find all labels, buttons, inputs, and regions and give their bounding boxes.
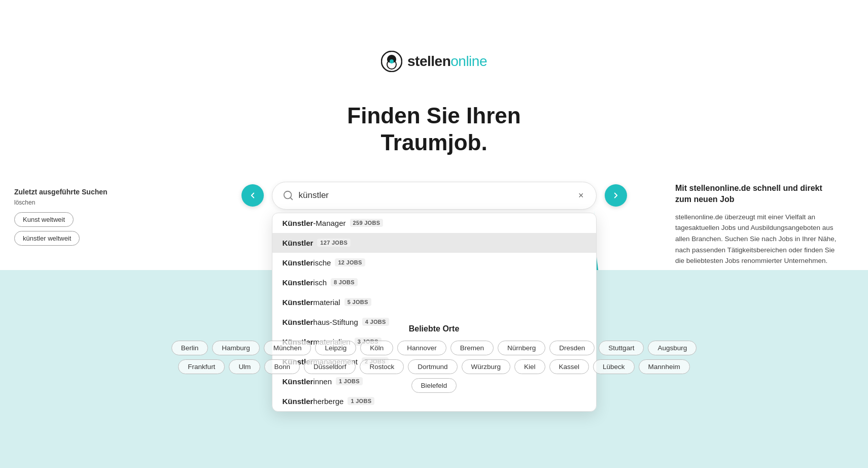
- dropdown-prefix-3: Künstler: [283, 278, 314, 287]
- dropdown-item-1[interactable]: Künstler127 JOBS: [272, 233, 596, 253]
- dropdown-term-3: Künstlerisch: [283, 278, 327, 287]
- city-tag-r2-11[interactable]: Bielefeld: [411, 378, 457, 393]
- svg-point-1: [390, 59, 394, 63]
- city-tag-r2-6[interactable]: Würzburg: [462, 359, 511, 374]
- city-tag-r1-9[interactable]: Stuttgart: [599, 341, 644, 355]
- dropdown-prefix-2: Künstler: [283, 258, 314, 267]
- city-tag-r1-3[interactable]: Leipzig: [315, 341, 356, 355]
- hero-heading: Finden Sie Ihren Traumjob.: [347, 103, 520, 156]
- dropdown-item-0[interactable]: Künstler-Manager259 JOBS: [272, 213, 596, 233]
- prev-arrow-button[interactable]: [241, 184, 264, 207]
- city-tag-r2-10[interactable]: Mannheim: [639, 359, 690, 374]
- city-tag-r1-8[interactable]: Dresden: [549, 341, 595, 355]
- recent-search-item-1[interactable]: Kunst weltweit: [14, 212, 74, 227]
- search-wrapper: × Künstler-Manager259 JOBSKünstler127 JO…: [272, 182, 597, 210]
- dropdown-prefix-0: Künstler: [283, 219, 314, 227]
- logo-container[interactable]: stellenonline: [381, 51, 487, 72]
- dropdown-prefix-9: Künstler: [283, 397, 314, 406]
- city-tag-r1-10[interactable]: Augsburg: [648, 341, 697, 355]
- dropdown-prefix-1: Künstler: [283, 239, 314, 247]
- logo-online: online: [450, 53, 487, 69]
- logo-text: stellenonline: [407, 53, 487, 70]
- city-tag-r2-8[interactable]: Kassel: [549, 359, 589, 374]
- recent-search-item-2[interactable]: künstler weltweit: [14, 231, 80, 246]
- city-tag-r1-7[interactable]: Nürnberg: [498, 341, 545, 355]
- search-icon: [283, 190, 294, 201]
- cities-row-1: BerlinHamburgMünchenLeipzigKölnHannoverB…: [155, 341, 713, 355]
- hero-heading-line2: Traumjob.: [380, 130, 487, 155]
- search-bar: ×: [272, 182, 597, 210]
- chevron-left-icon: [248, 191, 257, 200]
- city-tag-r1-2[interactable]: München: [264, 341, 311, 355]
- city-tag-r2-2[interactable]: Bonn: [264, 359, 300, 374]
- next-arrow-button[interactable]: [605, 184, 627, 207]
- main-content: stellenonline Finden Sie Ihren Traumjob.…: [0, 0, 868, 210]
- beliebte-orte-title: Beliebte Orte: [155, 324, 713, 333]
- job-badge-1: 127 JOBS: [317, 239, 351, 247]
- logo-icon: [381, 51, 402, 72]
- city-tag-r1-4[interactable]: Köln: [360, 341, 393, 355]
- dropdown-item-2[interactable]: Künstlerische12 JOBS: [272, 253, 596, 273]
- dropdown-term-4: Künstlermaterial: [283, 298, 340, 307]
- hero-heading-line1: Finden Sie Ihren: [347, 103, 520, 128]
- logo-stellen: stellen: [407, 53, 450, 69]
- city-tag-r2-0[interactable]: Frankfurt: [178, 359, 225, 374]
- dropdown-item-3[interactable]: Künstlerisch8 JOBS: [272, 273, 596, 292]
- dropdown-term-1: Künstler: [283, 239, 314, 247]
- job-badge-9: 1 JOBS: [348, 397, 374, 405]
- job-badge-2: 12 JOBS: [335, 258, 365, 266]
- city-tag-r2-5[interactable]: Dortmund: [408, 359, 457, 374]
- city-tag-r1-0[interactable]: Berlin: [171, 341, 209, 355]
- dropdown-term-2: Künstlerische: [283, 258, 331, 267]
- city-tag-r2-1[interactable]: Ulm: [229, 359, 260, 374]
- beliebte-orte-section: Beliebte Orte BerlinHamburgMünchenLeipzi…: [155, 324, 713, 397]
- cities-row-2: FrankfurtUlmBonnDüsseldorfRostockDortmun…: [155, 359, 713, 393]
- dropdown-item-4[interactable]: Künstlermaterial5 JOBS: [272, 292, 596, 312]
- chevron-right-icon: [611, 191, 620, 200]
- dropdown-prefix-4: Künstler: [283, 298, 314, 307]
- city-tag-r1-5[interactable]: Hannover: [397, 341, 446, 355]
- job-badge-0: 259 JOBS: [350, 219, 384, 227]
- city-tag-r2-7[interactable]: Kiel: [514, 359, 545, 374]
- city-tag-r1-6[interactable]: Bremen: [450, 341, 494, 355]
- city-tag-r2-4[interactable]: Rostock: [360, 359, 404, 374]
- search-input[interactable]: [299, 190, 571, 200]
- dropdown-term-9: Künstlerherberge: [283, 397, 344, 406]
- city-tag-r1-1[interactable]: Hamburg: [212, 341, 260, 355]
- clear-search-button[interactable]: ×: [576, 189, 586, 202]
- city-tag-r2-3[interactable]: Düsseldorf: [304, 359, 356, 374]
- dropdown-term-0: Künstler-Manager: [283, 219, 346, 227]
- job-badge-3: 8 JOBS: [331, 278, 358, 286]
- job-badge-4: 5 JOBS: [344, 298, 371, 306]
- city-tag-r2-9[interactable]: Lübeck: [593, 359, 635, 374]
- info-text: stellenonline.de überzeugt mit einer Vie…: [675, 212, 838, 266]
